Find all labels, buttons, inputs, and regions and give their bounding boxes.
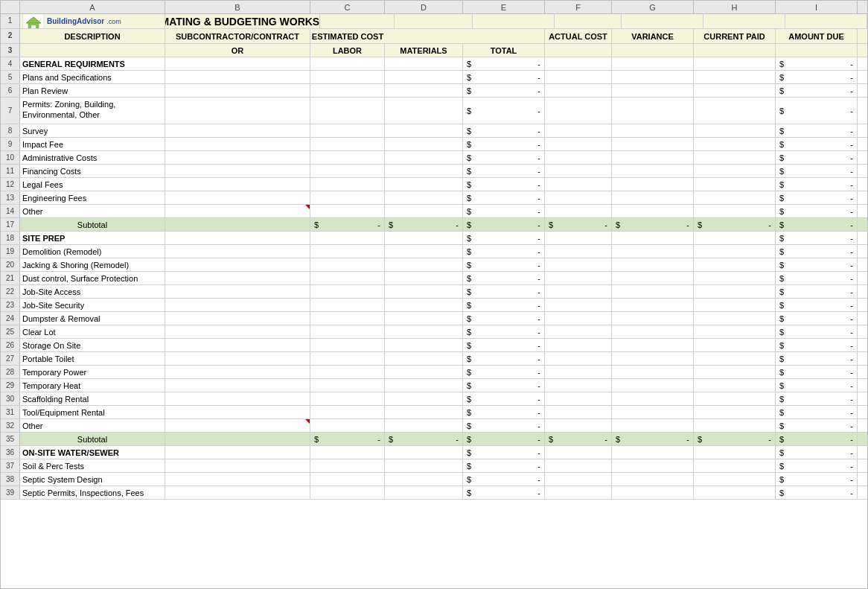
row4-c bbox=[310, 57, 385, 70]
row-12: 12 Legal Fees $- $- bbox=[1, 178, 867, 191]
row-num-2: 2 bbox=[1, 29, 20, 43]
row24-f bbox=[545, 312, 612, 325]
row5-g bbox=[612, 71, 694, 83]
row11-i: $- bbox=[776, 165, 858, 177]
row17-b bbox=[165, 218, 310, 231]
row17-c: $- bbox=[310, 218, 385, 231]
row26-c bbox=[310, 339, 385, 351]
row6-c bbox=[310, 84, 385, 97]
row-37: 37 Soil & Perc Tests $- $- bbox=[1, 459, 867, 473]
header-estimated-cost-2 bbox=[385, 29, 463, 43]
row37-f bbox=[545, 459, 612, 472]
row-8: 8 Survey $- $- bbox=[1, 124, 867, 138]
row31-f bbox=[545, 406, 612, 418]
row38-f bbox=[545, 473, 612, 485]
row-14: 14 Other $- $- bbox=[1, 205, 867, 218]
col-header-b: B bbox=[165, 1, 310, 13]
row37-c bbox=[310, 459, 385, 472]
row37-d bbox=[385, 459, 463, 472]
row21-f bbox=[545, 272, 612, 284]
row37-a: Soil & Perc Tests bbox=[20, 459, 165, 472]
row5-a: Plans and Specifications bbox=[20, 71, 165, 83]
row6-d bbox=[385, 84, 463, 97]
row21-h bbox=[694, 272, 776, 284]
row28-d bbox=[385, 366, 463, 378]
row18-b bbox=[165, 232, 310, 244]
row20-h bbox=[694, 258, 776, 271]
row-num-12: 12 bbox=[1, 178, 20, 191]
row8-h bbox=[694, 124, 776, 137]
row29-e: $- bbox=[463, 379, 545, 392]
row17-e: $- bbox=[463, 218, 545, 231]
row22-f bbox=[545, 285, 612, 298]
row9-i: $- bbox=[776, 138, 858, 150]
row-36: 36 ON-SITE WATER/SEWER $- $- bbox=[1, 446, 867, 459]
row23-d bbox=[385, 299, 463, 311]
row18-e: $- bbox=[463, 232, 545, 244]
col-header-e: E bbox=[463, 1, 545, 13]
header-materials: MATERIALS bbox=[385, 44, 463, 57]
row35-b bbox=[165, 433, 310, 445]
row32-i: $- bbox=[776, 419, 858, 432]
row28-c bbox=[310, 366, 385, 378]
row18-g bbox=[612, 232, 694, 244]
row29-i: $- bbox=[776, 379, 858, 392]
row32-d bbox=[385, 419, 463, 432]
row10-h bbox=[694, 151, 776, 164]
water-sewer-header: ON-SITE WATER/SEWER bbox=[20, 446, 165, 459]
row1-g bbox=[622, 14, 703, 28]
row4-b bbox=[165, 57, 310, 70]
logo-suffix: .com bbox=[106, 16, 121, 28]
row14-f bbox=[545, 205, 612, 217]
row38-h bbox=[694, 473, 776, 485]
row35-g: $- bbox=[612, 433, 694, 445]
row7-b bbox=[165, 98, 310, 124]
row9-d bbox=[385, 138, 463, 150]
col-header-g: G bbox=[612, 1, 694, 13]
row18-d bbox=[385, 232, 463, 244]
row7-g bbox=[612, 98, 694, 124]
row10-i: $- bbox=[776, 151, 858, 164]
row-num-14: 14 bbox=[1, 205, 20, 217]
row-24: 24 Dumpster & Removal $- $- bbox=[1, 312, 867, 325]
row7-i: $- bbox=[776, 98, 858, 124]
row-num-17: 17 bbox=[1, 218, 20, 231]
row31-b bbox=[165, 406, 310, 418]
row-7: 7 Permits: Zoning, Building,Environmenta… bbox=[1, 98, 867, 124]
row36-b bbox=[165, 446, 310, 459]
row21-c bbox=[310, 272, 385, 284]
row3-a bbox=[20, 44, 165, 57]
row9-c bbox=[310, 138, 385, 150]
row-num-18: 18 bbox=[1, 232, 20, 244]
row18-h bbox=[694, 232, 776, 244]
row21-g bbox=[612, 272, 694, 284]
row23-a: Job-Site Security bbox=[20, 299, 165, 311]
row27-b bbox=[165, 352, 310, 365]
row30-b bbox=[165, 392, 310, 405]
row-17: 17 Subtotal $- $- $- $- $- $- $- bbox=[1, 218, 867, 232]
row36-c bbox=[310, 446, 385, 459]
row36-i: $- bbox=[776, 446, 858, 459]
col-header-h: H bbox=[694, 1, 776, 13]
header-actual-cost: ACTUAL COST bbox=[545, 29, 612, 43]
row-num-13: 13 bbox=[1, 191, 20, 204]
row30-h bbox=[694, 392, 776, 405]
row24-d bbox=[385, 312, 463, 325]
row4-h bbox=[694, 57, 776, 70]
header-labor: LABOR bbox=[310, 44, 385, 57]
row8-i: $- bbox=[776, 124, 858, 137]
row39-f bbox=[545, 486, 612, 499]
row-num-22: 22 bbox=[1, 285, 20, 298]
row7-c bbox=[310, 98, 385, 124]
row30-g bbox=[612, 392, 694, 405]
row-num-26: 26 bbox=[1, 339, 20, 351]
row6-b bbox=[165, 84, 310, 97]
row25-i: $- bbox=[776, 325, 858, 338]
row31-a: Tool/Equipment Rental bbox=[20, 406, 165, 418]
row22-i: $- bbox=[776, 285, 858, 298]
row29-d bbox=[385, 379, 463, 392]
row23-f bbox=[545, 299, 612, 311]
row-23: 23 Job-Site Security $- $- bbox=[1, 299, 867, 312]
site-prep-header: SITE PREP bbox=[20, 232, 165, 244]
building-advisor-logo bbox=[22, 14, 45, 28]
